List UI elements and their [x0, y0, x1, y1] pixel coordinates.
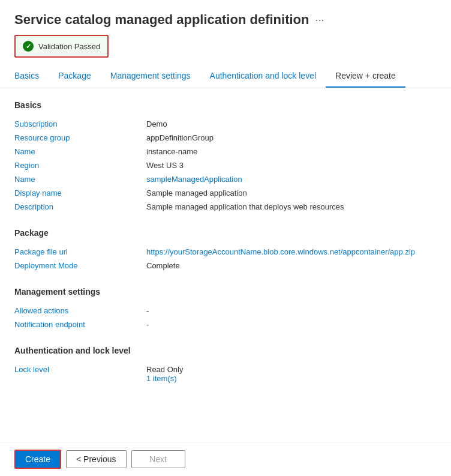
management-settings-section: Management settings Allowed actions - No… [14, 287, 437, 331]
package-section-title: Package [14, 228, 437, 238]
main-content: Basics Subscription Demo Resource group … [0, 88, 451, 442]
label-allowed-actions: Allowed actions [14, 306, 146, 315]
field-package-uri: Package file uri https://yourStorageAcco… [14, 245, 437, 259]
field-allowed-actions: Allowed actions - [14, 304, 437, 318]
page-container: Service catalog managed application defi… [0, 0, 451, 476]
value-resource-group: appDefinitionGroup [146, 133, 437, 142]
basics-section: Basics Subscription Demo Resource group … [14, 100, 437, 214]
field-name-instance: Name instance-name [14, 145, 437, 158]
value-region: West US 3 [146, 161, 437, 170]
auth-lock-title: Authentication and lock level [14, 346, 437, 355]
value-lock-level: Read Only 1 item(s) [146, 365, 437, 383]
lock-level-count: 1 item(s) [146, 374, 437, 383]
label-display-name: Display name [14, 188, 146, 197]
validation-text: Validation Passed [38, 42, 100, 51]
value-description: Sample managed application that deploys … [146, 202, 437, 211]
page-title: Service catalog managed application defi… [14, 12, 309, 28]
field-description: Description Sample managed application t… [14, 200, 437, 214]
field-notification-endpoint: Notification endpoint - [14, 318, 437, 331]
label-name-instance: Name [14, 147, 146, 156]
field-region: Region West US 3 [14, 158, 437, 172]
value-name-app: sampleManagedApplication [146, 175, 437, 184]
label-name-app: Name [14, 175, 146, 184]
field-lock-level: Lock level Read Only 1 item(s) [14, 363, 437, 385]
validation-icon [23, 41, 34, 52]
label-package-uri: Package file uri [14, 247, 146, 256]
field-deployment-mode: Deployment Mode Complete [14, 259, 437, 273]
package-section: Package Package file uri https://yourSto… [14, 228, 437, 273]
value-allowed-actions: - [146, 306, 437, 315]
lock-level-value: Read Only [146, 365, 437, 374]
field-resource-group: Resource group appDefinitionGroup [14, 131, 437, 145]
label-region: Region [14, 161, 146, 170]
value-package-uri: https://yourStorageAccountName.blob.core… [146, 247, 437, 256]
value-notification-endpoint: - [146, 320, 437, 329]
page-header: Service catalog managed application defi… [0, 0, 451, 35]
previous-button[interactable]: < Previous [66, 450, 127, 468]
tabs-container: Basics Package Management settings Authe… [0, 65, 451, 88]
footer: Create < Previous Next [0, 442, 451, 476]
tab-review-create[interactable]: Review + create [326, 65, 405, 88]
tab-basics[interactable]: Basics [14, 65, 49, 88]
label-lock-level: Lock level [14, 365, 146, 383]
label-resource-group: Resource group [14, 133, 146, 142]
tab-auth-lock[interactable]: Authentication and lock level [200, 65, 326, 88]
basics-section-title: Basics [14, 100, 437, 110]
ellipsis-menu[interactable]: ··· [315, 14, 324, 26]
value-subscription: Demo [146, 119, 437, 128]
tab-package[interactable]: Package [49, 65, 100, 88]
next-button[interactable]: Next [131, 450, 185, 468]
value-name-instance: instance-name [146, 147, 437, 156]
value-display-name: Sample managed application [146, 188, 437, 197]
tab-management-settings[interactable]: Management settings [101, 65, 200, 88]
validation-banner: Validation Passed [14, 35, 109, 58]
field-name-app: Name sampleManagedApplication [14, 172, 437, 186]
field-display-name: Display name Sample managed application [14, 186, 437, 200]
management-settings-title: Management settings [14, 287, 437, 297]
auth-lock-section: Authentication and lock level Lock level… [14, 346, 437, 385]
label-description: Description [14, 202, 146, 211]
field-subscription: Subscription Demo [14, 117, 437, 131]
label-subscription: Subscription [14, 119, 146, 128]
label-deployment-mode: Deployment Mode [14, 261, 146, 270]
value-deployment-mode: Complete [146, 261, 437, 270]
create-button[interactable]: Create [14, 450, 61, 469]
label-notification-endpoint: Notification endpoint [14, 320, 146, 329]
